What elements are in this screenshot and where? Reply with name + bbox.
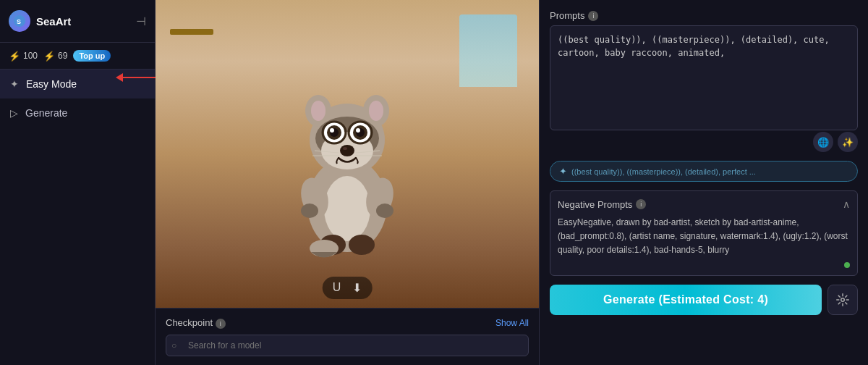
prompts-section: Prompts i ((best quality)), ((masterpiec… <box>550 10 858 152</box>
search-container: ○ <box>166 335 529 356</box>
prompts-textarea[interactable]: ((best quality)), ((masterpiece)), (deta… <box>550 25 858 130</box>
search-icon: ○ <box>171 340 176 351</box>
sidebar: S SeaArt ⊣ ⚡ 100 ⚡ 69 Top up ✦ Easy Mode… <box>0 0 156 365</box>
pin-icon[interactable]: ⊣ <box>136 14 146 28</box>
raccoon-scene <box>156 0 539 308</box>
image-overlay-controls: U ⬇ <box>323 277 373 299</box>
svg-point-10 <box>311 101 326 121</box>
show-all-link[interactable]: Show All <box>495 318 529 328</box>
settings-button[interactable] <box>827 285 858 315</box>
generate-button[interactable]: Generate (Estimated Cost: 4) <box>550 285 822 315</box>
collapse-icon[interactable]: ∧ <box>843 198 850 210</box>
sidebar-header: S SeaArt ⊣ <box>0 0 155 43</box>
generate-nav-label: Generate <box>25 107 67 119</box>
svg-point-33 <box>376 204 393 218</box>
prompts-info-icon[interactable]: i <box>588 11 598 21</box>
translate-button[interactable]: 🌐 <box>813 132 833 152</box>
lightning-icon-1: ⚡ <box>9 51 20 62</box>
svg-point-18 <box>330 128 334 133</box>
svg-point-25 <box>340 145 354 156</box>
raccoon-illustration <box>275 38 420 270</box>
svg-point-22 <box>356 128 360 133</box>
svg-text:S: S <box>17 18 21 25</box>
enhance-button[interactable]: ✨ <box>838 132 858 152</box>
upscale-button[interactable]: U <box>333 281 341 295</box>
generate-label: Generate <box>603 293 655 306</box>
arrow-head <box>116 73 123 82</box>
checkpoint-area: Checkpoint i Show All ○ <box>156 308 539 365</box>
generate-row: Generate (Estimated Cost: 4) <box>550 285 858 315</box>
suggest-icon: ✦ <box>559 166 567 177</box>
lightning-icon-2: ⚡ <box>43 51 55 62</box>
svg-point-32 <box>301 204 318 218</box>
textarea-actions: 🌐 ✨ <box>550 132 858 152</box>
easy-mode-label: Easy Mode <box>26 78 77 90</box>
negative-prompts-section: Negative Prompts i ∧ EasyNegative, drawn… <box>550 190 858 276</box>
easy-mode-icon: ✦ <box>10 78 19 90</box>
checkpoint-title: Checkpoint i <box>166 317 226 329</box>
stat-value-1: 100 <box>23 51 38 61</box>
stat-item-1: ⚡ 100 <box>9 51 38 62</box>
main-content: U ⬇ Checkpoint i Show All ○ <box>156 0 539 365</box>
search-input[interactable] <box>166 335 529 356</box>
suggest-text: ((best quality)), ((masterpiece)), (deta… <box>571 167 756 176</box>
negative-header: Negative Prompts i ∧ <box>558 198 850 210</box>
prompts-label: Prompts i <box>550 10 858 21</box>
svg-point-26 <box>343 147 347 150</box>
image-area: U ⬇ <box>156 0 539 308</box>
app-logo: S <box>9 10 30 32</box>
stats-row: ⚡ 100 ⚡ 69 Top up <box>0 43 155 70</box>
bg-shelf <box>170 29 213 35</box>
sidebar-item-easy-mode[interactable]: ✦ Easy Mode <box>0 70 155 98</box>
checkpoint-header: Checkpoint i Show All <box>166 317 529 329</box>
stat-value-2: 69 <box>58 51 67 61</box>
bg-window <box>459 14 517 87</box>
suggest-input[interactable]: ✦ ((best quality)), ((masterpiece)), (de… <box>550 161 858 182</box>
negative-prompts-text: EasyNegative, drawn by bad-artist, sketc… <box>558 216 850 258</box>
negative-footer <box>558 262 850 268</box>
svg-point-12 <box>369 101 383 121</box>
negative-prompts-label: Negative Prompts i <box>558 199 646 210</box>
checkpoint-info-icon[interactable]: i <box>216 319 226 329</box>
generate-cost: (Estimated Cost: 4) <box>659 293 769 306</box>
status-dot <box>844 262 850 268</box>
topup-button[interactable]: Top up <box>73 50 111 62</box>
sidebar-item-generate[interactable]: ▷ Generate <box>0 98 155 127</box>
right-panel: Prompts i ((best quality)), ((masterpiec… <box>539 0 868 365</box>
download-button[interactable]: ⬇ <box>352 281 362 295</box>
svg-point-3 <box>324 176 370 241</box>
negative-info-icon[interactable]: i <box>636 199 646 209</box>
stat-item-2: ⚡ 69 <box>43 51 67 62</box>
svg-point-34 <box>841 298 845 301</box>
svg-point-7 <box>349 235 375 255</box>
app-name: SeaArt <box>36 15 130 28</box>
generate-nav-icon: ▷ <box>10 107 18 119</box>
